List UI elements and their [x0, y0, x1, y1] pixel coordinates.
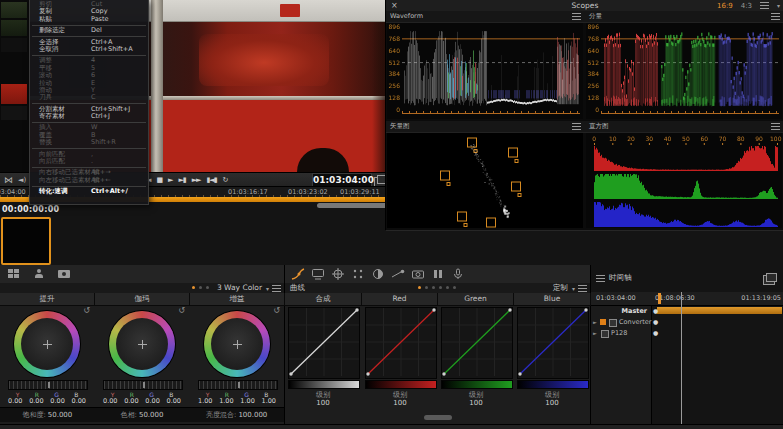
channel-value[interactable]: 0.00: [145, 397, 159, 405]
menu-icon[interactable]: [572, 13, 581, 20]
monitor-icon[interactable]: [311, 268, 325, 280]
aspect-badge-2[interactable]: 4:3: [741, 2, 752, 10]
transport-button[interactable]: ■: [156, 176, 162, 184]
wheels-toolbar: [0, 265, 284, 284]
grid-icon[interactable]: [8, 269, 19, 278]
curve-editor-blue[interactable]: [517, 307, 589, 379]
menu-item[interactable]: 寄存素材 Ctrl+J: [30, 113, 148, 120]
camera-icon[interactable]: [411, 268, 425, 280]
person-icon[interactable]: [34, 269, 44, 278]
level-value[interactable]: 100: [288, 399, 358, 407]
curve-editor-red[interactable]: [365, 307, 437, 379]
chevron-down-icon[interactable]: ▾: [266, 285, 269, 292]
camera-icon[interactable]: [58, 270, 70, 278]
bars-icon[interactable]: [431, 268, 445, 280]
curve-editor-master[interactable]: [288, 307, 360, 379]
menu-icon[interactable]: [771, 13, 780, 20]
clip-thumbnail[interactable]: [1, 84, 27, 104]
clip-thumbnail[interactable]: [1, 106, 27, 120]
transport-button[interactable]: ►: [168, 176, 172, 184]
speaker-icon[interactable]: ◄): [18, 174, 26, 186]
horizontal-scrollbar[interactable]: [317, 203, 389, 208]
clip-icon: [609, 319, 617, 327]
level-value[interactable]: 100: [365, 399, 435, 407]
menu-icon[interactable]: [572, 123, 581, 130]
luma-slider[interactable]: [103, 380, 183, 390]
reset-icon[interactable]: ↺: [178, 305, 185, 317]
maximize-icon[interactable]: [763, 275, 775, 285]
wheel-crosshair[interactable]: [233, 340, 242, 349]
keyframe-icon[interactable]: ●: [653, 317, 658, 327]
expand-icon[interactable]: ►: [593, 328, 597, 338]
curves-preset-dropdown[interactable]: 定制: [553, 283, 568, 293]
menu-item[interactable]: 转化:速调 Ctrl+Alt+/: [30, 188, 148, 195]
curves-tool-icon[interactable]: [291, 268, 305, 280]
menu-item[interactable]: 替换 Shift+R: [30, 139, 148, 146]
arrow-node-icon[interactable]: [391, 268, 405, 280]
clip-thumbnail[interactable]: [1, 38, 27, 52]
preset-dropdown[interactable]: 3 Way Color: [217, 283, 262, 293]
menu-icon[interactable]: [771, 123, 780, 130]
transport-button[interactable]: ▮◄▮: [206, 176, 216, 184]
playhead-line[interactable]: [681, 292, 682, 424]
luma-slider[interactable]: [198, 380, 278, 390]
menu-item[interactable]: 删除选定 Del: [30, 27, 148, 34]
panel-icon[interactable]: [596, 275, 605, 282]
chevron-down-icon[interactable]: ▾: [572, 285, 575, 292]
reset-icon[interactable]: ↺: [83, 305, 90, 317]
color-wheel-gamma[interactable]: [109, 311, 175, 377]
channel-value[interactable]: 0.00: [50, 397, 64, 405]
clip-thumbnail[interactable]: [1, 2, 27, 18]
channel-value[interactable]: 0.00: [8, 397, 22, 405]
keyframe-playhead-marker[interactable]: [658, 293, 661, 304]
track-row-master[interactable]: Master ●: [591, 306, 783, 316]
transport-button[interactable]: ↻: [223, 176, 228, 184]
menu-item[interactable]: 刀具 C: [30, 94, 148, 101]
curve-editor-green[interactable]: [441, 307, 513, 379]
level-value[interactable]: 100: [517, 399, 587, 407]
channel-value[interactable]: 0.00: [167, 397, 181, 405]
aspect-badge[interactable]: 16:9: [717, 2, 733, 10]
track-row-p128[interactable]: ► P128 ●: [591, 328, 783, 338]
timeline-timecode-row: 01:03:04:00 01:08:06:30 01:13:19:05: [591, 292, 783, 306]
track-row-converter[interactable]: ► Converter ●: [591, 317, 783, 327]
target-icon[interactable]: [331, 268, 345, 280]
menu-icon[interactable]: [272, 285, 281, 292]
menu-item[interactable]: 向后匹配 .: [30, 158, 148, 165]
channel-value[interactable]: 0.00: [103, 397, 117, 405]
mic-icon[interactable]: [451, 268, 465, 280]
chevron-down-icon[interactable]: ▾: [777, 2, 780, 9]
channel-value[interactable]: 1.00: [219, 397, 233, 405]
color-wheel-lift[interactable]: [14, 311, 80, 377]
color-wheel-gain[interactable]: [204, 311, 270, 377]
transport-button[interactable]: ►►: [192, 176, 201, 184]
dots-icon[interactable]: [351, 268, 365, 280]
wheel-crosshair[interactable]: [43, 340, 52, 349]
trim-mode-icon[interactable]: ⋈: [4, 174, 13, 186]
channel-value[interactable]: 1.00: [240, 397, 254, 405]
keyframe-icon[interactable]: ●: [653, 328, 658, 338]
transport-button[interactable]: ►▮: [178, 176, 185, 184]
channel-value[interactable]: 0.00: [124, 397, 138, 405]
menu-item[interactable]: 粘贴 Paste: [30, 16, 148, 23]
channel-value[interactable]: 0.00: [29, 397, 43, 405]
panel-resize-handle[interactable]: [424, 415, 452, 420]
color-stats-bar: 饱和度:50.000 色相:50.000 亮度混合:100.000: [0, 407, 284, 422]
keyframe-icon[interactable]: ●: [653, 306, 658, 316]
selected-clip-box[interactable]: [1, 217, 51, 265]
channel-value[interactable]: 1.00: [262, 397, 276, 405]
expand-icon[interactable]: ►: [593, 317, 597, 327]
channel-value[interactable]: 1.00: [198, 397, 212, 405]
wheel-crosshair[interactable]: [138, 340, 147, 349]
level-value[interactable]: 100: [441, 399, 511, 407]
contrast-icon[interactable]: [371, 268, 385, 280]
grid-layout-icon[interactable]: [760, 2, 769, 9]
menu-item[interactable]: 向左移动已选素材 帧 Alt+←: [30, 177, 148, 184]
channel-value[interactable]: 0.00: [72, 397, 86, 405]
menu-item[interactable]: 全取消 Ctrl+Shift+A: [30, 46, 148, 53]
menu-icon[interactable]: [578, 285, 587, 292]
luma-slider[interactable]: [8, 380, 88, 390]
clip-thumbnail[interactable]: [1, 20, 27, 36]
reset-icon[interactable]: ↺: [273, 305, 280, 317]
clip-thumbnails-strip[interactable]: [0, 0, 29, 172]
